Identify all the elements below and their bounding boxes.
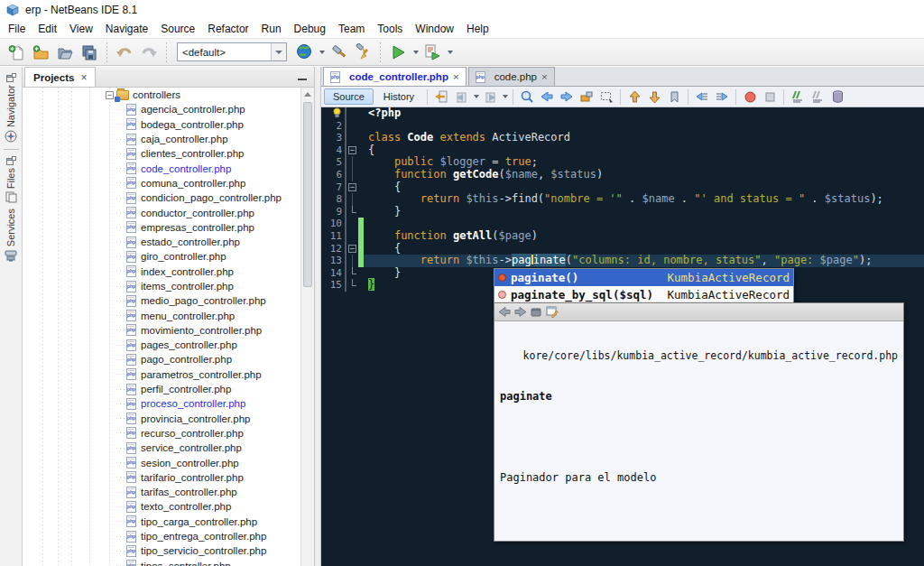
menu-item-team[interactable]: Team	[332, 21, 371, 37]
save-all-icon[interactable]	[79, 42, 100, 63]
code-line-11[interactable]: 11 function getAll($page)	[321, 230, 924, 243]
tree-file[interactable]: bodega_controller.php	[23, 117, 300, 132]
tree-file[interactable]: items_controller.php	[23, 279, 300, 293]
tree-file[interactable]: tarifas_controller.php	[23, 485, 300, 499]
code-line-1[interactable]: <?php	[321, 107, 924, 120]
close-icon[interactable]: ×	[541, 71, 548, 82]
memory-view-icon[interactable]	[828, 88, 846, 106]
tree-file[interactable]: caja_controller.php	[23, 132, 300, 146]
code-editor[interactable]: <?php23class Code extends ActiveRecord4−…	[321, 107, 924, 566]
code-line-4[interactable]: 4−{	[321, 144, 924, 157]
toggle-highlight-icon[interactable]	[578, 88, 596, 106]
doc-back-icon[interactable]	[498, 306, 511, 318]
toggle-bookmark-icon[interactable]	[665, 88, 683, 106]
close-icon[interactable]: ×	[80, 71, 87, 84]
tree-file[interactable]: agencia_controller.php	[23, 102, 300, 116]
tree-file[interactable]: index_controller.php	[23, 264, 300, 279]
menu-item-view[interactable]: View	[63, 21, 99, 37]
run-configuration-combo[interactable]: <default>	[177, 42, 287, 61]
tree-file[interactable]: empresas_controller.php	[23, 220, 300, 235]
uncomment-icon[interactable]	[808, 88, 827, 106]
tree-file[interactable]: tipo_carga_controller.php	[23, 515, 300, 529]
rectangular-selection-icon[interactable]	[597, 88, 615, 106]
tree-file[interactable]: medio_pago_controller.php	[23, 293, 300, 308]
run-icon[interactable]	[387, 42, 409, 63]
fold-collapse-icon[interactable]: −	[348, 146, 356, 154]
menu-item-tools[interactable]: Tools	[371, 21, 409, 37]
tree-file[interactable]: recurso_controller.php	[23, 426, 300, 441]
tree-folder-controllers[interactable]: −controllers	[23, 88, 300, 102]
tree-file[interactable]: sesion_controller.php	[23, 455, 300, 469]
forward-icon[interactable]	[481, 88, 499, 106]
start-macro-recording-icon[interactable]	[741, 88, 759, 106]
tree-file[interactable]: code_controller.php	[23, 161, 300, 175]
rail-label-files[interactable]: Files	[5, 168, 16, 189]
last-edit-icon[interactable]	[432, 88, 450, 106]
code-line-12[interactable]: 12− {	[321, 243, 924, 255]
tree-file[interactable]: giro_controller.php	[23, 249, 300, 264]
tree-file[interactable]: texto_controller.php	[23, 499, 300, 514]
menu-item-source[interactable]: Source	[154, 21, 201, 37]
code-line-10[interactable]: 10	[321, 218, 924, 230]
tree-file[interactable]: condicion_pago_controller.php	[23, 190, 300, 205]
tab-code-php[interactable]: code.php ×	[468, 67, 555, 86]
redo-icon[interactable]	[138, 42, 160, 63]
tree-file[interactable]: estado_controller.php	[23, 235, 300, 249]
panel-splitter[interactable]	[315, 67, 321, 566]
rail-group-services[interactable]: Services	[5, 206, 17, 264]
menu-item-file[interactable]: File	[2, 21, 32, 37]
menu-item-edit[interactable]: Edit	[32, 21, 63, 37]
hint-bulb-icon[interactable]	[321, 107, 345, 120]
rail-group-navigator[interactable]: Navigator	[5, 70, 17, 145]
code-line-3[interactable]: 3class Code extends ActiveRecord	[321, 132, 924, 144]
tree-file[interactable]: pages_controller.php	[23, 338, 300, 352]
tree-file[interactable]: tipo_entrega_controller.php	[23, 529, 300, 543]
tree-file[interactable]: comuna_controller.php	[23, 176, 300, 190]
code-line-13[interactable]: 13 return $this->paginate("columns: id, …	[321, 255, 924, 267]
find-previous-icon[interactable]	[538, 88, 556, 106]
tree-file[interactable]: perfil_controller.php	[23, 382, 300, 396]
globe-dropdown-icon[interactable]	[319, 51, 325, 54]
debug-dropdown-icon[interactable]	[448, 51, 453, 54]
completion-item[interactable]: paginate()KumbiaActiveRecord	[494, 269, 793, 286]
tree-file[interactable]: movimiento_controller.php	[23, 323, 300, 338]
minimize-panel-icon[interactable]	[298, 79, 307, 80]
show-in-browser-icon[interactable]	[531, 307, 542, 318]
menu-item-navigate[interactable]: Navigate	[99, 21, 154, 37]
shift-left-icon[interactable]	[693, 88, 711, 106]
tree-vertical-scrollbar[interactable]	[300, 88, 314, 566]
fold-column[interactable]: −	[346, 144, 358, 157]
code-line-7[interactable]: 7− {	[321, 181, 924, 194]
new-file-icon[interactable]	[5, 42, 27, 63]
run-config-globe-icon[interactable]	[293, 42, 315, 63]
open-source-in-editor-icon[interactable]	[546, 306, 559, 318]
find-icon[interactable]	[518, 88, 536, 106]
menu-item-refactor[interactable]: Refactor	[201, 21, 254, 37]
tree-file[interactable]: tarifario_controller.php	[23, 470, 300, 485]
rail-label-navigator[interactable]: Navigator	[5, 85, 16, 127]
completion-item[interactable]: paginate_by_sql($sql)KumbiaActiveRecord	[494, 286, 793, 303]
tree-file[interactable]: tipo_servicio_controller.php	[23, 543, 300, 558]
menu-item-debug[interactable]: Debug	[288, 21, 332, 37]
close-icon[interactable]: ×	[453, 71, 459, 82]
tree-file[interactable]: provincia_controller.php	[23, 412, 300, 426]
code-line-6[interactable]: 6 function getCode($name, $status)	[321, 169, 924, 181]
scroll-up-icon[interactable]	[301, 88, 314, 101]
tab-projects[interactable]: Projects ×	[24, 67, 96, 87]
code-line-9[interactable]: 9 }	[321, 206, 924, 218]
build-hammer-icon[interactable]	[328, 42, 349, 63]
collapse-icon[interactable]: −	[106, 91, 114, 99]
open-project-icon[interactable]	[54, 42, 76, 63]
previous-occurrence-icon[interactable]	[625, 88, 643, 106]
debug-icon[interactable]	[421, 42, 443, 63]
next-occurrence-icon[interactable]	[645, 88, 663, 106]
tree-file[interactable]: proceso_controller.php	[23, 396, 300, 411]
fold-collapse-icon[interactable]: −	[348, 183, 356, 191]
stop-macro-recording-icon[interactable]	[761, 88, 779, 106]
back-dropdown-icon[interactable]	[474, 95, 479, 98]
find-next-icon[interactable]	[558, 88, 576, 106]
doc-forward-icon[interactable]	[514, 306, 527, 318]
combo-dropdown-icon[interactable]	[271, 43, 286, 60]
rail-group-files[interactable]: Files	[5, 153, 17, 206]
fold-collapse-icon[interactable]: −	[348, 245, 356, 253]
